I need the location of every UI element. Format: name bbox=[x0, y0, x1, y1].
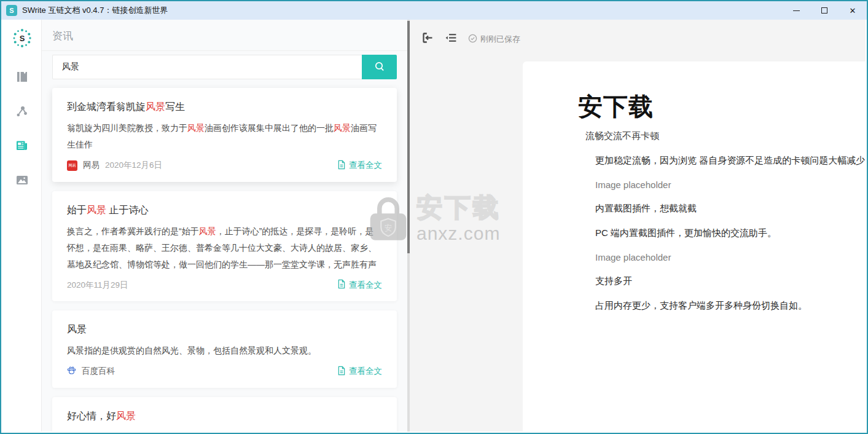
news-card: 始于风景 止于诗心换言之，作者希冀并践行的是“始于风景，止于诗心”的抵达，是探寻… bbox=[52, 191, 397, 302]
news-card: 好心情，好风景看风景的正确姿势不是匆匆打卡、到此一游，而是可以停下来看一看，用放… bbox=[52, 397, 397, 432]
view-full-link[interactable]: 查看全文 bbox=[337, 160, 382, 172]
minimize-button[interactable] bbox=[782, 1, 810, 20]
news-card-snippet: 风景指的是供观赏的自然风光、景物，包括自然景观和人文景观。 bbox=[67, 342, 382, 359]
main-area: S bbox=[2, 20, 866, 432]
news-card-date: 2020年12月6日 bbox=[105, 160, 162, 171]
view-full-label: 查看全文 bbox=[349, 366, 382, 377]
image-placeholder[interactable]: Image placeholder bbox=[595, 252, 866, 262]
news-card: 风景风景指的是供观赏的自然风光、景物，包括自然景观和人文景观。百度百科查看全文 bbox=[52, 310, 397, 387]
document-heading: 安下载 bbox=[578, 92, 866, 120]
document-paragraph[interactable]: 支持多开 bbox=[595, 275, 866, 287]
news-card-title: 好心情，好风景 bbox=[67, 410, 382, 423]
news-card-snippet: 换言之，作者希冀并践行的是“始于风景，止于诗心”的抵达，是探寻，是聆听，是怀想，… bbox=[67, 223, 382, 274]
book-icon bbox=[15, 70, 29, 86]
close-button[interactable]: ✕ bbox=[839, 1, 867, 20]
check-circle-icon bbox=[468, 34, 477, 45]
news-card-list: 到金城湾看翁凯旋风景写生翁凯旋为四川美院教授，致力于风景油画创作该展集中展出了他… bbox=[42, 79, 407, 432]
document-paragraph[interactable]: 内置截图插件，想截就截 bbox=[595, 203, 866, 215]
netease-icon: 网易 bbox=[67, 160, 77, 171]
document-paragraph[interactable]: 更加稳定流畅，因为浏览 器自身资源不足造成的卡顿问题大幅减少 bbox=[595, 155, 866, 167]
document-content: 安下载 流畅交流不再卡顿更加稳定流畅，因为浏览 器自身资源不足造成的卡顿问题大幅… bbox=[523, 61, 866, 312]
search-bar bbox=[52, 55, 397, 79]
news-card-title: 始于风景 止于诗心 bbox=[67, 204, 382, 217]
save-status: 刚刚已保存 bbox=[468, 34, 520, 45]
window-controls: ✕ bbox=[782, 1, 867, 20]
news-card-title: 风景 bbox=[67, 323, 382, 336]
doc-icon bbox=[337, 279, 346, 291]
svg-text:S: S bbox=[19, 34, 25, 43]
sidebar-item-graph[interactable] bbox=[10, 100, 34, 125]
view-full-link[interactable]: 查看全文 bbox=[337, 366, 382, 377]
news-card-footer: 百度百科查看全文 bbox=[67, 366, 382, 377]
title-bar: S SWrite 互链文档 v0.4.7：链接创造新世界 ✕ bbox=[1, 1, 867, 20]
window-title: SWrite 互链文档 v0.4.7：链接创造新世界 bbox=[22, 5, 168, 16]
news-card: 到金城湾看翁凯旋风景写生翁凯旋为四川美院教授，致力于风景油画创作该展集中展出了他… bbox=[52, 88, 397, 182]
sidebar-item-news[interactable] bbox=[10, 135, 34, 159]
source-name: 百度百科 bbox=[82, 366, 115, 377]
search-icon bbox=[373, 60, 386, 74]
news-card-snippet: 翁凯旋为四川美院教授，致力于风景油画创作该展集中展出了他的一批风景油画写生佳作 bbox=[67, 120, 382, 154]
document-paragraph[interactable]: PC 端内置截图插件，更加愉快的交流助手。 bbox=[595, 227, 866, 239]
doc-icon bbox=[337, 366, 346, 377]
news-panel: 资讯 到金城湾看翁凯旋风景写生翁凯旋为四川美院教授，致力于风景油画创作该展集中展… bbox=[42, 20, 407, 432]
view-full-label: 查看全文 bbox=[349, 160, 382, 171]
doc-icon bbox=[337, 160, 346, 172]
save-status-text: 刚刚已保存 bbox=[480, 34, 520, 45]
newspaper-icon bbox=[15, 138, 29, 156]
swrite-logo-icon[interactable]: S bbox=[12, 28, 33, 51]
source-name: 网易 bbox=[83, 160, 100, 171]
sidebar: S bbox=[2, 20, 42, 432]
sidebar-item-images[interactable] bbox=[10, 169, 34, 194]
editor-toolbar: 刚刚已保存 bbox=[410, 20, 866, 47]
outline-list-icon bbox=[445, 31, 458, 47]
news-card-title: 到金城湾看翁凯旋风景写生 bbox=[67, 101, 382, 114]
news-card-snippet: 看风景的正确姿势不是匆匆打卡、到此一游，而是可以停下来看一看，用放松的心 bbox=[67, 429, 382, 432]
news-panel-title: 资讯 bbox=[42, 20, 407, 51]
view-full-label: 查看全文 bbox=[349, 280, 382, 291]
search-input[interactable] bbox=[52, 55, 362, 79]
news-card-source: 网易网易2020年12月6日 bbox=[67, 160, 337, 171]
collapse-left-icon bbox=[421, 31, 434, 47]
image-placeholder[interactable]: Image placeholder bbox=[595, 180, 866, 190]
molecule-icon bbox=[15, 105, 29, 120]
search-button[interactable] bbox=[362, 55, 397, 79]
news-card-footer: 2020年11月29日查看全文 bbox=[67, 279, 382, 291]
news-card-source: 百度百科 bbox=[67, 366, 337, 377]
baidu-icon bbox=[67, 366, 76, 377]
maximize-button[interactable] bbox=[810, 1, 839, 20]
news-card-source: 2020年11月29日 bbox=[67, 280, 337, 291]
news-card-footer: 网易网易2020年12月6日查看全文 bbox=[67, 160, 382, 172]
news-card-date: 2020年11月29日 bbox=[67, 280, 128, 291]
document-paragraph[interactable]: 占用内存更少，支持客户端多开多种身份切换自如。 bbox=[595, 300, 866, 312]
editor-panel: 刚刚已保存 安下载 流畅交流不再卡顿更加稳定流畅，因为浏览 器自身资源不足造成的… bbox=[410, 20, 866, 432]
view-full-link[interactable]: 查看全文 bbox=[337, 279, 382, 291]
document-paragraph[interactable]: 流畅交流不再卡顿 bbox=[585, 130, 866, 142]
maximize-icon bbox=[821, 7, 827, 14]
collapse-panel-button[interactable] bbox=[421, 31, 434, 47]
minimize-icon bbox=[793, 10, 800, 11]
outline-button[interactable] bbox=[445, 31, 458, 47]
document-page[interactable]: 安下载 流畅交流不再卡顿更加稳定流畅，因为浏览 器自身资源不足造成的卡顿问题大幅… bbox=[523, 61, 866, 432]
document-paragraphs: 流畅交流不再卡顿更加稳定流畅，因为浏览 器自身资源不足造成的卡顿问题大幅减少Im… bbox=[578, 130, 866, 312]
app-logo-icon: S bbox=[6, 5, 17, 16]
sidebar-item-library[interactable] bbox=[10, 66, 34, 90]
image-icon bbox=[15, 173, 29, 190]
